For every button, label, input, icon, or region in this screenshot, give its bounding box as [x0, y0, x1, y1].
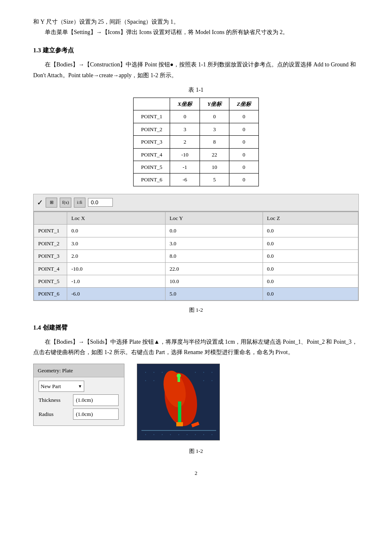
fig-1-2-second-caption: 图 1-2	[33, 446, 359, 456]
pt-cell: 10.0	[165, 275, 263, 288]
model-svg	[137, 364, 220, 440]
geometry-plate-dialog: Geometry: Plate New Part ▼ Thickness (1.…	[33, 364, 124, 426]
new-part-label: New Part	[41, 381, 61, 391]
pt-header-locy: Loc Y	[165, 212, 263, 225]
section-1-3-body: 在【Bodies】→【Construction】中选择 Point 按钮●，按照…	[33, 59, 359, 80]
svg-point-13	[203, 372, 204, 372]
table-cell: 5	[200, 174, 229, 186]
svg-rect-4	[176, 422, 183, 426]
pt-cell: POINT_3	[34, 250, 67, 262]
radius-value[interactable]: (1.0cm)	[73, 408, 119, 420]
dialog-body: New Part ▼ Thickness (1.0cm) Radius (1.0…	[34, 377, 124, 425]
table-cell: POINT_2	[134, 123, 170, 135]
table-cell: 3	[200, 123, 229, 135]
table-cell: -6	[170, 174, 200, 186]
pt-cell: 8.0	[165, 250, 263, 262]
section-1-4-heading: 1.4 创建摇臂	[33, 322, 359, 333]
section-1-3-heading: 1.3 建立参考点	[33, 45, 359, 56]
svg-point-23	[178, 434, 179, 435]
svg-point-12	[195, 372, 196, 372]
table-cell: 8	[200, 136, 229, 148]
pt-cell: POINT_5	[34, 275, 67, 288]
table-cell: POINT_3	[134, 136, 170, 148]
pt-cell: 0.0	[165, 225, 263, 237]
svg-rect-7	[178, 376, 180, 382]
toolbar-icon-ifi[interactable]: i:fi	[74, 198, 85, 208]
table-cell: 3	[170, 123, 200, 135]
pt-cell: -10.0	[67, 262, 166, 275]
table-cell: POINT_5	[134, 161, 170, 173]
pt-cell: POINT_2	[34, 237, 67, 249]
pt-cell: 0.0	[263, 262, 358, 275]
pt-cell: POINT_6	[34, 288, 67, 300]
pt-cell: 0.0	[67, 225, 166, 237]
table-cell: POINT_4	[134, 148, 170, 161]
table-cell: -10	[170, 148, 200, 161]
pt-cell: POINT_4	[34, 262, 67, 275]
pt-cell: 3.0	[165, 237, 263, 249]
toolbar-value-input[interactable]	[88, 198, 113, 207]
pt-header-locz: Loc Z	[263, 212, 358, 225]
svg-point-21	[162, 434, 163, 435]
pt-cell: 0.0	[263, 250, 358, 262]
table-cell: 0	[229, 123, 258, 135]
new-part-select[interactable]: New Part ▼	[39, 381, 84, 392]
svg-point-19	[145, 434, 146, 435]
table-1-1-caption: 表 1-1	[33, 85, 359, 95]
3d-model-image	[137, 364, 220, 440]
dialog-row-thickness: Thickness (1.0cm)	[39, 394, 119, 406]
table-header-empty	[134, 98, 170, 110]
dialog-title: Geometry: Plate	[34, 364, 124, 377]
pt-cell: 0.0	[263, 288, 358, 300]
radius-label: Radius	[39, 409, 70, 419]
pt-cell: POINT_1	[34, 225, 67, 237]
table-header-x: X坐标	[170, 98, 200, 110]
svg-point-27	[212, 434, 212, 435]
svg-point-20	[153, 434, 154, 435]
thickness-value[interactable]: (1.0cm)	[73, 394, 119, 406]
point-table: Loc X Loc Y Loc Z POINT_10.00.00.0POINT_…	[34, 212, 358, 301]
table-cell: 2	[170, 136, 200, 148]
svg-point-25	[195, 434, 196, 435]
table-cell: -1	[170, 161, 200, 173]
svg-rect-3	[178, 401, 181, 424]
pt-cell: 2.0	[67, 250, 166, 262]
section-1-4-body: 在【Bodies】→【Solids】中选择 Plate 按钮▲，将厚度与半径均设…	[33, 337, 359, 357]
toolbar: ✓ ⊞ f(x) i:fi	[33, 194, 359, 211]
chevron-down-icon: ▼	[78, 383, 82, 390]
svg-point-18	[212, 380, 212, 381]
svg-point-14	[212, 372, 212, 372]
svg-point-11	[162, 372, 163, 372]
thickness-label: Thickness	[39, 395, 70, 405]
table-cell: 0	[229, 110, 258, 123]
table-cell: 0	[229, 136, 258, 148]
toolbar-icon-fx[interactable]: f(x)	[60, 198, 71, 208]
pt-header-empty	[34, 212, 67, 225]
pt-header-locx: Loc X	[67, 212, 166, 225]
pt-cell: 0.0	[263, 225, 358, 237]
svg-point-10	[153, 372, 154, 372]
table-cell: 0	[229, 174, 258, 186]
check-icon[interactable]: ✓	[37, 196, 43, 209]
svg-point-24	[187, 434, 187, 435]
table-cell: 0	[170, 110, 200, 123]
pt-cell: -1.0	[67, 275, 166, 288]
table-1-1: X坐标 Y坐标 Z坐标 POINT_1000POINT_2330POINT_32…	[133, 98, 259, 186]
pt-cell: 0.0	[263, 275, 358, 288]
pt-cell: 3.0	[67, 237, 166, 249]
table-cell: 0	[229, 148, 258, 161]
svg-point-17	[203, 380, 204, 381]
svg-point-16	[153, 380, 154, 381]
svg-point-22	[170, 434, 171, 435]
fig-1-2-first-caption: 图 1-2	[33, 305, 359, 315]
table-cell: POINT_6	[134, 174, 170, 186]
svg-point-15	[145, 380, 146, 381]
table-header-y: Y坐标	[200, 98, 229, 110]
two-col-layout: Geometry: Plate New Part ▼ Thickness (1.…	[33, 364, 359, 440]
intro-line2: 单击菜单【Setting】→【Icons】弹出 Icons 设置对话框，将 Mo…	[33, 27, 359, 37]
svg-point-26	[203, 434, 204, 435]
pt-cell: 5.0	[165, 288, 263, 300]
toolbar-icon-grid[interactable]: ⊞	[46, 198, 57, 208]
table-header-z: Z坐标	[229, 98, 258, 110]
pt-cell: 0.0	[263, 237, 358, 249]
